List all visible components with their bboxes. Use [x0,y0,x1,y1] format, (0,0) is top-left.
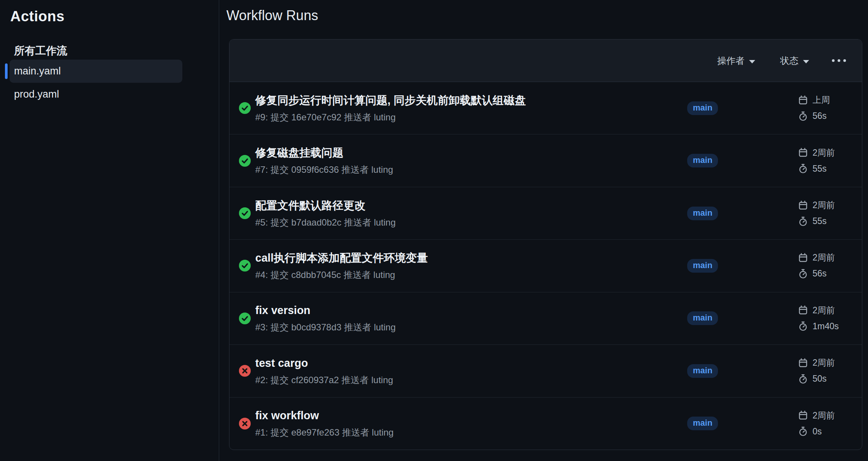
run-date: 上周 [798,92,862,108]
run-status-cell [229,102,255,114]
sidebar-item-main-yaml[interactable]: main.yaml [9,60,182,83]
run-commit-info: #5: 提交 b7daad0b2c 推送者 luting [255,217,687,228]
status-filter-button[interactable]: 状态 [780,55,809,67]
workflow-runs-panel: 操作者 状态 修复同步运行时 [229,39,862,450]
calendar-icon [798,305,808,315]
chevron-down-icon [749,60,755,63]
run-duration-label: 0s [813,426,822,437]
run-date-label: 2周前 [813,147,835,159]
run-status-cell [229,313,255,324]
kebab-dot-icon [832,59,835,62]
sidebar-title: Actions [10,8,65,25]
run-text-cell: test cargo #2: 提交 cf260937a2 推送者 luting [255,357,687,385]
run-text-cell: call执行脚本添加配置文件环境变量 #4: 提交 c8dbb7045c 推送者… [255,251,687,280]
workflow-run-row[interactable]: fix workflow #1: 提交 e8e97fe263 推送者 lutin… [229,397,862,450]
run-duration-label: 55s [813,216,827,226]
run-duration-label: 56s [813,111,827,121]
run-title[interactable]: 配置文件默认路径更改 [255,199,687,212]
run-meta-cell: 2周前 50s [798,355,862,387]
run-title[interactable]: 修复同步运行时间计算问题, 同步关机前卸载默认组磁盘 [255,94,687,107]
run-commit-info: #7: 提交 0959f6c636 推送者 luting [255,164,687,175]
workflow-run-row[interactable]: 修复磁盘挂载问题 #7: 提交 0959f6c636 推送者 luting ma… [229,134,862,186]
run-date-label: 2周前 [813,252,835,264]
sidebar-item-label: prod.yaml [14,88,59,100]
run-branch-cell: main [687,101,798,115]
run-duration-label: 50s [813,374,827,384]
run-status-cell [229,365,255,377]
run-duration: 55s [798,213,862,229]
stopwatch-icon [798,216,808,226]
workflow-run-row[interactable]: test cargo #2: 提交 cf260937a2 推送者 luting … [229,344,862,397]
calendar-icon [798,253,808,263]
run-date-label: 2周前 [813,199,835,211]
workflow-run-row[interactable]: 修复同步运行时间计算问题, 同步关机前卸载默认组磁盘 #9: 提交 16e70e… [229,82,862,134]
branch-badge[interactable]: main [687,417,718,430]
run-text-cell: 修复磁盘挂载问题 #7: 提交 0959f6c636 推送者 luting [255,146,687,175]
kebab-dot-icon [843,59,846,62]
run-date: 2周前 [798,250,862,266]
run-duration: 0s [798,423,862,439]
run-commit-info: #1: 提交 e8e97fe263 推送者 luting [255,427,687,438]
run-duration-label: 55s [813,164,827,174]
run-meta-cell: 上周 56s [798,92,862,124]
run-meta-cell: 2周前 56s [798,250,862,282]
run-date-label: 2周前 [813,305,835,316]
failure-x-icon [239,418,251,429]
run-text-cell: fix workflow #1: 提交 e8e97fe263 推送者 lutin… [255,409,687,438]
calendar-icon [798,148,808,158]
more-options-button[interactable] [831,57,847,64]
success-check-icon [239,155,251,167]
chevron-down-icon [803,60,809,63]
sidebar-item-all-workflows[interactable]: 所有工作流 [14,44,67,58]
selected-accent-bar [5,63,8,79]
actor-filter-button[interactable]: 操作者 [717,55,755,67]
run-branch-cell: main [687,154,798,167]
success-check-icon [239,313,251,324]
run-title[interactable]: fix workflow [255,409,687,422]
run-date: 2周前 [798,302,862,318]
run-status-cell [229,418,255,429]
kebab-dot-icon [838,59,840,62]
stopwatch-icon [798,269,808,279]
run-status-cell [229,260,255,272]
branch-badge[interactable]: main [687,207,718,220]
run-title[interactable]: call执行脚本添加配置文件环境变量 [255,251,687,264]
branch-badge[interactable]: main [687,259,718,273]
run-date: 2周前 [798,355,862,371]
run-status-cell [229,155,255,167]
run-date-label: 2周前 [813,357,835,369]
run-branch-cell: main [687,207,798,220]
run-duration: 1m40s [798,318,862,334]
branch-badge[interactable]: main [687,154,718,167]
workflow-run-row[interactable]: 配置文件默认路径更改 #5: 提交 b7daad0b2c 推送者 luting … [229,187,862,239]
run-commit-info: #4: 提交 c8dbb7045c 推送者 luting [255,270,687,280]
run-duration: 55s [798,161,862,177]
branch-badge[interactable]: main [687,311,718,325]
success-check-icon [239,102,251,114]
sidebar-item-prod-yaml[interactable]: prod.yaml [14,87,59,102]
branch-badge[interactable]: main [687,101,718,115]
run-title[interactable]: fix version [255,304,687,317]
stopwatch-icon [798,374,808,384]
calendar-icon [798,410,808,420]
run-title[interactable]: 修复磁盘挂载问题 [255,146,687,159]
branch-badge[interactable]: main [687,364,718,378]
run-commit-info: #3: 提交 b0cd9378d3 推送者 luting [255,322,687,333]
success-check-icon [239,207,251,219]
run-meta-cell: 2周前 55s [798,197,862,229]
stopwatch-icon [798,426,808,436]
run-meta-cell: 2周前 1m40s [798,302,862,334]
run-text-cell: 配置文件默认路径更改 #5: 提交 b7daad0b2c 推送者 luting [255,199,687,228]
run-title[interactable]: test cargo [255,357,687,369]
workflow-run-row[interactable]: call执行脚本添加配置文件环境变量 #4: 提交 c8dbb7045c 推送者… [229,239,862,292]
run-date: 2周前 [798,197,862,213]
run-date-label: 上周 [813,94,830,106]
failure-x-icon [239,365,251,377]
run-branch-cell: main [687,364,798,378]
run-duration-label: 1m40s [813,321,839,332]
workflow-run-row[interactable]: fix version #3: 提交 b0cd9378d3 推送者 luting… [229,292,862,344]
actions-sidebar: Actions 所有工作流 main.yaml prod.yaml [0,0,219,461]
page-title: Workflow Runs [226,8,318,24]
run-text-cell: 修复同步运行时间计算问题, 同步关机前卸载默认组磁盘 #9: 提交 16e70e… [255,94,687,123]
calendar-icon [798,95,808,105]
